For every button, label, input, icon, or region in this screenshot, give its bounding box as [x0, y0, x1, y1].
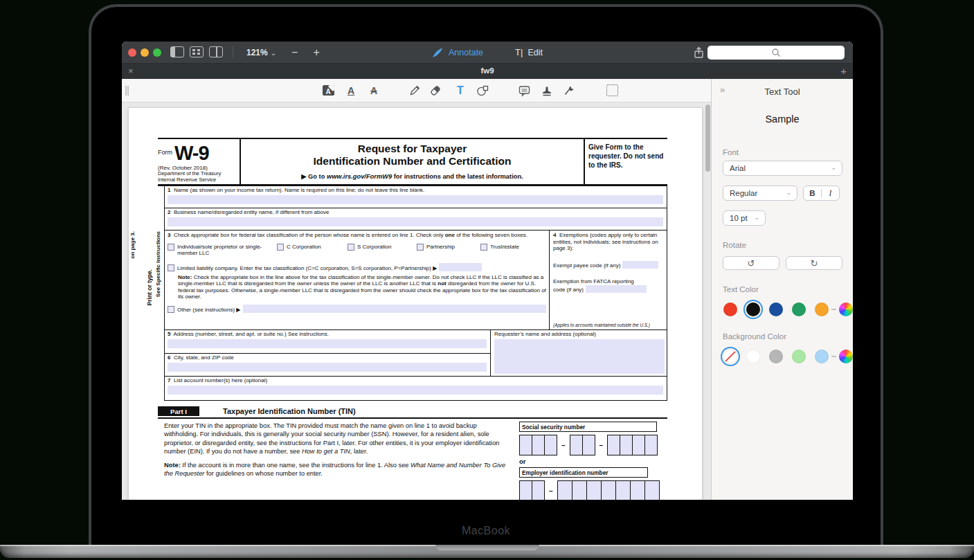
- field-exempt-payee-code[interactable]: [622, 261, 658, 269]
- rotate-ccw-button[interactable]: ↺: [723, 256, 779, 270]
- collapse-sidebar-icon[interactable]: »: [720, 84, 725, 95]
- bg-color-light-green[interactable]: [792, 350, 806, 363]
- text-tool-sidebar: » Text Tool Sample Font Arial ⌄ Regular …: [711, 79, 853, 500]
- text-color-custom-wheel[interactable]: [839, 302, 853, 316]
- document-area[interactable]: FormW-9 (Rev. October 2018) Department o…: [122, 102, 711, 500]
- ein-digit[interactable]: [586, 480, 602, 500]
- stamp-icon: [541, 84, 553, 97]
- checkbox-s-corporation[interactable]: [348, 244, 354, 251]
- bg-color-white[interactable]: [746, 350, 760, 363]
- font-family-select[interactable]: Arial ⌄: [723, 161, 842, 176]
- bg-color-gray[interactable]: [769, 350, 783, 363]
- tab-bar: × fw9 +: [122, 63, 853, 79]
- text-color-section-label: Text Color: [723, 285, 853, 293]
- chevron-down-icon: ⌄: [754, 214, 759, 221]
- search-icon: [771, 48, 781, 57]
- bg-color-light-blue[interactable]: [815, 350, 829, 363]
- ssn-digit[interactable]: [570, 435, 583, 455]
- signature-tool[interactable]: [562, 83, 576, 98]
- checkbox-individual[interactable]: [168, 244, 174, 251]
- tab-annotate[interactable]: Annotate: [432, 47, 483, 58]
- highlight-icon: A: [323, 85, 334, 96]
- pdf-app-window: 121%⌄ − + Annotate T| Edit: [122, 42, 853, 500]
- italic-button[interactable]: I: [822, 189, 839, 197]
- field-name[interactable]: [168, 195, 663, 204]
- text-color-swatches: [723, 302, 853, 316]
- form-title: Request for TaxpayerIdentification Numbe…: [241, 143, 584, 168]
- part1-header: Part I Taxpayer Identification Number (T…: [158, 406, 667, 419]
- font-size-select[interactable]: 10 pt ⌄: [723, 210, 766, 226]
- checkbox-llc[interactable]: [168, 264, 174, 271]
- field-requester-name-address[interactable]: [494, 339, 665, 374]
- ssn-digit[interactable]: [644, 435, 658, 455]
- text-color-red[interactable]: [723, 302, 737, 316]
- ssn-digit[interactable]: [607, 435, 620, 455]
- ssn-digit[interactable]: [532, 435, 545, 455]
- search-input[interactable]: [707, 46, 845, 60]
- applies-note: (Applies to accounts maintained outside …: [553, 323, 650, 327]
- comment-tool[interactable]: [517, 83, 531, 98]
- field-city-state-zip[interactable]: [168, 363, 487, 372]
- vertical-on-page: on page 3.: [129, 231, 136, 259]
- field-account-numbers[interactable]: [168, 386, 663, 395]
- llc-note: Note: Check the appropriate box in the l…: [178, 274, 546, 300]
- ein-digit[interactable]: [532, 480, 545, 500]
- field-address[interactable]: [168, 339, 487, 348]
- select-tool[interactable]: [605, 83, 619, 98]
- field-other[interactable]: [243, 305, 546, 313]
- w9-form: FormW-9 (Rev. October 2018) Department o…: [158, 138, 667, 500]
- highlight-text-tool[interactable]: A: [321, 83, 335, 98]
- ein-digit[interactable]: [557, 480, 572, 500]
- text-color-black[interactable]: [746, 302, 760, 316]
- checkbox-trust-estate[interactable]: [480, 244, 487, 251]
- ssn-digit[interactable]: [620, 435, 633, 455]
- share-icon: [693, 46, 705, 59]
- ein-boxes: –: [519, 480, 667, 500]
- ssn-digit[interactable]: [519, 435, 532, 455]
- bg-color-none[interactable]: [723, 350, 737, 363]
- macbook-base: [0, 545, 974, 558]
- ein-digit[interactable]: [615, 480, 631, 500]
- titlebar: 121%⌄ − + Annotate T| Edit: [122, 42, 853, 63]
- bold-button[interactable]: B: [804, 189, 822, 197]
- text-tool[interactable]: T: [453, 83, 467, 98]
- rotate-cw-button[interactable]: ↻: [786, 256, 842, 270]
- ein-digit[interactable]: [630, 480, 645, 500]
- field-llc-classification[interactable]: [439, 263, 482, 271]
- field-fatca-code[interactable]: [586, 285, 647, 293]
- eraser-tool[interactable]: [429, 83, 442, 98]
- bold-italic-group: B I: [803, 186, 840, 201]
- document-tab-title[interactable]: fw9: [122, 66, 853, 75]
- strikethrough-tool[interactable]: A: [367, 83, 381, 98]
- ssn-digit[interactable]: [544, 435, 557, 455]
- new-tab-button[interactable]: +: [840, 65, 847, 77]
- checkbox-other[interactable]: [168, 306, 174, 313]
- pen-tool[interactable]: [408, 83, 422, 98]
- bg-color-custom-wheel[interactable]: [839, 350, 853, 363]
- share-button[interactable]: [693, 46, 705, 59]
- ein-digit[interactable]: [601, 480, 616, 500]
- toolbar-drag-handle[interactable]: [125, 86, 129, 96]
- ssn-digit[interactable]: [582, 435, 595, 455]
- text-color-blue[interactable]: [769, 302, 783, 316]
- ein-digit[interactable]: [519, 480, 532, 500]
- field-business-name[interactable]: [168, 217, 663, 226]
- checkbox-c-corporation[interactable]: [277, 244, 284, 251]
- form-goto-line: ▶ Go to www.irs.gov/FormW9 for instructi…: [241, 172, 584, 180]
- font-section-label: Font: [723, 148, 853, 156]
- text-color-green[interactable]: [792, 302, 806, 316]
- font-style-select[interactable]: Regular ⌄: [723, 186, 797, 201]
- selection-icon: [606, 84, 618, 96]
- swatch-divider: [831, 356, 836, 357]
- ein-digit[interactable]: [572, 480, 587, 500]
- stamp-tool[interactable]: [540, 83, 554, 98]
- ein-digit[interactable]: [644, 480, 660, 500]
- eraser-icon: [429, 84, 442, 98]
- underline-tool[interactable]: A: [344, 83, 358, 98]
- scrollbar-thumb[interactable]: [705, 105, 710, 172]
- ssn-digit[interactable]: [632, 435, 645, 455]
- checkbox-partnership[interactable]: [417, 244, 424, 251]
- text-color-orange[interactable]: [815, 302, 829, 316]
- tab-edit[interactable]: T| Edit: [515, 47, 543, 57]
- shapes-tool[interactable]: [476, 83, 489, 98]
